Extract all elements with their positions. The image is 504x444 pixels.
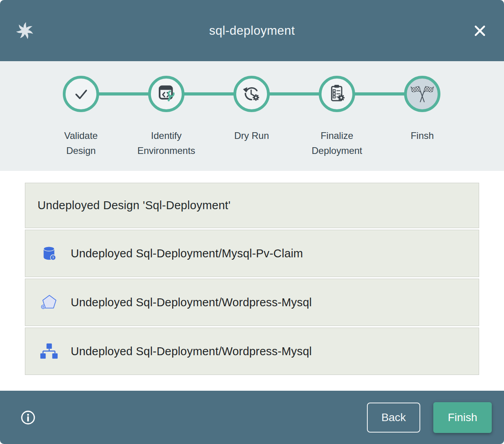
database-icon: ? xyxy=(39,244,59,263)
checkered-flags-icon xyxy=(410,82,434,106)
dialog-title: sql-deployment xyxy=(0,24,504,38)
step-label-finalize-deployment: Finalize Deployment xyxy=(305,128,369,159)
step-label-identify-environments: Identify Environments xyxy=(135,128,198,159)
dialog-footer: Back Finish xyxy=(0,391,504,444)
sql-deployment-dialog: sql-deployment xyxy=(0,0,504,444)
step-finalize-deployment[interactable] xyxy=(319,76,355,112)
step-label-dry-run: Dry Run xyxy=(220,128,283,143)
results-content: Undeployed Design 'Sql-Deployment' ? Und… xyxy=(0,171,504,391)
panel-heading-text: Undeployed Design 'Sql-Deployment' xyxy=(38,199,231,212)
step-label-validate-design: Validate Design xyxy=(49,128,113,159)
check-icon xyxy=(70,83,92,105)
panel-heading: Undeployed Design 'Sql-Deployment' xyxy=(25,183,479,228)
refresh-gear-icon xyxy=(240,82,263,105)
hierarchy-icon xyxy=(39,341,59,361)
wizard-stepper: Validate Design Identify Environments Dr… xyxy=(0,61,504,171)
step-identify-environments[interactable] xyxy=(148,76,184,112)
row-text: Undeployed Sql-Deployment/Wordpress-Mysq… xyxy=(71,345,312,358)
table-row: ? Undeployed Sql-Deployment/Mysql-Pv-Cla… xyxy=(25,230,479,277)
finish-button[interactable]: Finish xyxy=(433,402,492,433)
row-text: Undeployed Sql-Deployment/Mysql-Pv-Claim xyxy=(71,247,303,260)
step-validate-design[interactable] xyxy=(63,76,99,112)
back-button[interactable]: Back xyxy=(367,403,420,433)
step-label-finish: Finsh xyxy=(391,128,454,143)
table-row: Undeployed Sql-Deployment/Wordpress-Mysq… xyxy=(25,279,479,326)
code-window-wrench-icon xyxy=(155,82,178,105)
svg-text:?: ? xyxy=(52,256,54,260)
info-icon[interactable] xyxy=(20,410,36,425)
table-row: Undeployed Sql-Deployment/Wordpress-Mysq… xyxy=(25,328,479,375)
dialog-header: sql-deployment xyxy=(0,0,504,61)
row-text: Undeployed Sql-Deployment/Wordpress-Mysq… xyxy=(71,296,312,309)
pentagon-icon xyxy=(39,292,59,312)
clipboard-gear-icon xyxy=(325,82,348,105)
step-dry-run[interactable] xyxy=(233,76,270,112)
step-finish[interactable] xyxy=(404,76,440,112)
close-icon[interactable] xyxy=(471,22,489,40)
